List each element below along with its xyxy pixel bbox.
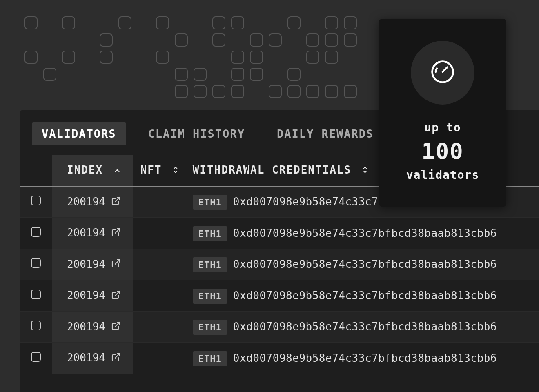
row-nft [133,280,186,312]
table-row: 200194ETH10xd007098e9b58e74c33c7bfbcd38b… [20,311,539,343]
svg-line-1 [115,229,120,233]
row-nft [133,249,186,280]
card-number: 100 [421,138,464,164]
row-index: 200194 [67,227,105,239]
withdrawal-address: 0xd007098e9b58e74c33c7bfbcd38baab813cbb6 [233,352,497,364]
col-withdrawal-label: WITHDRAWAL CREDENTIALS [193,164,351,176]
tab-validators[interactable]: VALIDATORS [32,122,126,145]
table-row: 200194ETH10xd007098e9b58e74c33c7bfbcd38b… [20,280,539,312]
external-link-icon[interactable] [111,227,121,240]
row-nft [133,186,186,218]
col-index-label: INDEX [67,164,103,176]
sort-icon [172,165,179,177]
external-link-icon[interactable] [111,321,121,333]
withdrawal-address: 0xd007098e9b58e74c33c7bfbcd38baab813cbb6 [233,227,497,239]
col-select [20,155,52,186]
row-index: 200194 [67,289,105,301]
card-line1: up to [424,121,461,134]
svg-line-5 [115,354,120,358]
gauge-icon [429,58,457,87]
tab-daily-rewards[interactable]: DAILY REWARDS [267,122,383,145]
card-line2: validators [406,168,479,182]
row-nft [133,343,186,374]
external-link-icon[interactable] [111,258,121,271]
withdrawal-address: 0xd007098e9b58e74c33c7bfbcd38baab813cbb6 [233,321,497,333]
col-index[interactable]: INDEX [52,155,133,186]
svg-line-0 [115,197,120,202]
row-checkbox[interactable] [31,227,41,237]
withdrawal-address: 0xd007098e9b58e74c33c7bfbcd38baab813cbb6 [233,290,497,302]
chevron-up-icon [114,165,121,177]
chain-badge: ETH1 [193,289,227,304]
row-index: 200194 [67,321,105,333]
row-index: 200194 [67,196,105,208]
withdrawal-address: 0xd007098e9b58e74c33c7bfbcd38baab813cbb6 [233,258,497,270]
decorative-pattern [24,16,380,102]
svg-line-2 [115,260,120,264]
row-checkbox[interactable] [31,258,41,268]
row-checkbox[interactable] [31,352,41,362]
chain-badge: ETH1 [193,226,227,241]
table-row: 200194ETH10xd007098e9b58e74c33c7bfbcd38b… [20,218,539,249]
validators-capacity-card: up to 100 validators [379,19,506,207]
row-index: 200194 [67,352,105,364]
sort-icon [362,165,368,177]
chain-badge: ETH1 [193,351,227,366]
chain-badge: ETH1 [193,195,227,210]
external-link-icon[interactable] [111,290,121,302]
row-checkbox[interactable] [31,290,41,299]
row-nft [133,218,186,249]
col-nft[interactable]: NFT [133,155,186,186]
row-index: 200194 [67,258,105,270]
svg-line-3 [115,291,120,296]
chain-badge: ETH1 [193,257,227,272]
gauge-circle [411,41,474,105]
chain-badge: ETH1 [193,320,227,335]
tab-claim-history[interactable]: CLAIM HISTORY [138,122,255,145]
row-checkbox[interactable] [31,321,41,330]
svg-line-4 [115,322,120,327]
col-nft-label: NFT [140,164,162,176]
row-checkbox[interactable] [31,196,41,205]
external-link-icon[interactable] [111,352,121,365]
table-row: 200194ETH10xd007098e9b58e74c33c7bfbcd38b… [20,249,539,280]
external-link-icon[interactable] [111,196,121,208]
table-row: 200194ETH10xd007098e9b58e74c33c7bfbcd38b… [20,343,539,374]
row-nft [133,311,186,343]
